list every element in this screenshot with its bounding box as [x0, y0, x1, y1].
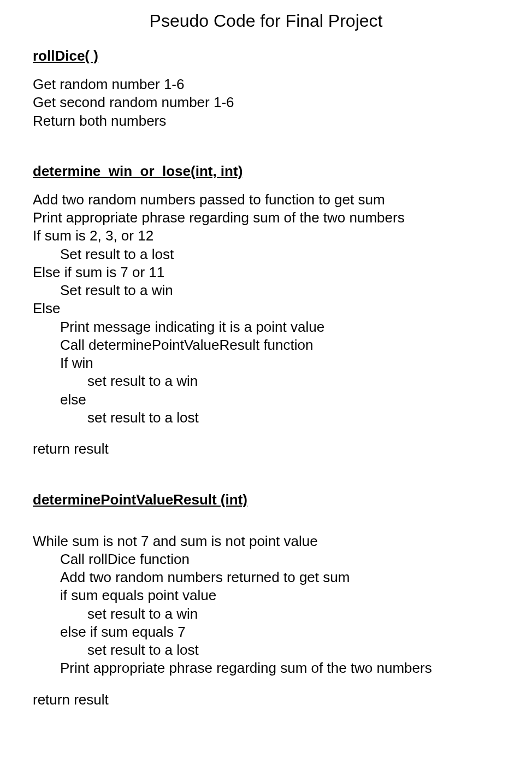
code-line: Print appropriate phrase regarding sum o…: [33, 659, 499, 677]
code-line: set result to a win: [33, 372, 499, 390]
code-line: set result to a win: [33, 605, 499, 623]
code-line: Get second random number 1-6: [33, 93, 499, 111]
code-line: Print appropriate phrase regarding sum o…: [33, 209, 499, 227]
section-heading-determine-point-value-result: determinePointValueResult (int): [33, 491, 499, 508]
code-line: Else if sum is 7 or 11: [33, 263, 499, 281]
code-line: set result to a lost: [33, 409, 499, 427]
code-line: Add two random numbers passed to functio…: [33, 191, 499, 209]
code-line: If sum is 2, 3, or 12: [33, 227, 499, 245]
code-line-return: return result: [33, 440, 499, 458]
code-line-return: return result: [33, 691, 499, 709]
code-line: While sum is not 7 and sum is not point …: [33, 532, 499, 550]
code-line: Add two random numbers returned to get s…: [33, 568, 499, 586]
code-line: Set result to a lost: [33, 245, 499, 263]
document-page: Pseudo Code for Final Project rollDice( …: [0, 11, 532, 731]
code-line: If win: [33, 354, 499, 372]
section-heading-rolldice: rollDice( ): [33, 48, 499, 64]
code-line: if sum equals point value: [33, 586, 499, 604]
code-line: else if sum equals 7: [33, 623, 499, 641]
code-line: Else: [33, 300, 499, 318]
code-line: set result to a lost: [33, 641, 499, 659]
code-line: Call rollDice function: [33, 550, 499, 568]
code-line: Set result to a win: [33, 281, 499, 300]
code-line: else: [33, 391, 499, 409]
code-line: Get random number 1-6: [33, 75, 499, 93]
page-title: Pseudo Code for Final Project: [33, 11, 499, 31]
code-line: Print message indicating it is a point v…: [33, 318, 499, 336]
section-heading-determine-win-or-lose: determine_win_or_lose(int, int): [33, 163, 499, 180]
code-line: Return both numbers: [33, 112, 499, 130]
code-line: Call determinePointValueResult function: [33, 336, 499, 354]
